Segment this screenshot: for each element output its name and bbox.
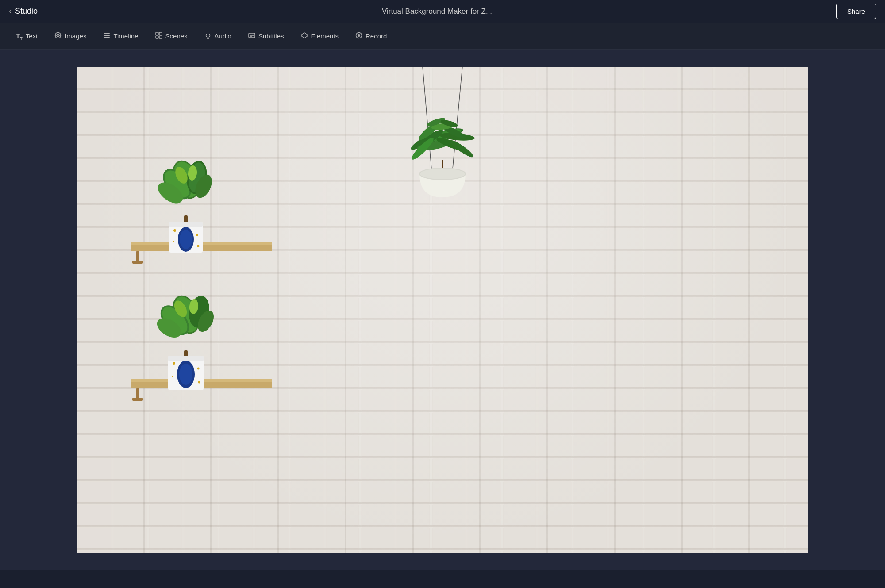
svg-point-46 (173, 229, 176, 232)
canvas-frame[interactable] (77, 67, 808, 553)
svg-point-1 (57, 34, 59, 36)
toolbar-timeline-label: Timeline (113, 32, 138, 40)
svg-rect-9 (156, 32, 158, 35)
page-title: Virtual Background Maker for Z... (38, 7, 836, 16)
back-arrow-icon[interactable]: ‹ (9, 7, 12, 16)
bottom-bar (0, 570, 885, 588)
svg-point-127 (198, 381, 200, 383)
studio-label[interactable]: Studio (15, 7, 38, 16)
svg-rect-7 (104, 35, 110, 36)
toolbar-item-timeline[interactable]: Timeline (96, 28, 145, 44)
text-icon: TT (16, 32, 23, 41)
svg-rect-109 (132, 398, 143, 401)
toolbar: TT Text Images Timeline (0, 23, 885, 50)
toolbar-record-label: Record (366, 32, 387, 40)
audio-icon (204, 32, 212, 41)
top-bar-left: ‹ Studio (9, 7, 38, 16)
svg-rect-8 (104, 37, 110, 38)
svg-point-123 (179, 364, 192, 385)
svg-point-48 (173, 241, 174, 242)
share-button[interactable]: Share (836, 4, 876, 19)
svg-point-126 (172, 376, 173, 377)
svg-rect-10 (159, 32, 162, 35)
scenes-icon (155, 32, 162, 41)
plant-top-left (142, 153, 230, 255)
toolbar-subtitles-label: Subtitles (258, 32, 284, 40)
svg-point-59 (448, 138, 475, 159)
svg-rect-43 (169, 222, 203, 227)
svg-marker-18 (302, 33, 307, 38)
canvas-area (0, 50, 885, 570)
svg-line-51 (453, 67, 462, 169)
svg-point-124 (173, 362, 175, 365)
toolbar-item-images[interactable]: Images (47, 28, 93, 44)
subtitles-icon (248, 32, 255, 41)
svg-point-49 (197, 245, 200, 247)
record-icon (355, 32, 362, 41)
svg-point-125 (197, 367, 200, 369)
svg-point-20 (358, 34, 360, 37)
toolbar-item-text[interactable]: TT Text (9, 28, 45, 44)
svg-point-47 (196, 234, 198, 236)
toolbar-item-elements[interactable]: Elements (294, 28, 346, 44)
svg-rect-6 (104, 33, 110, 34)
elements-icon (301, 32, 308, 41)
svg-point-13 (207, 37, 208, 38)
toolbar-elements-label: Elements (311, 32, 339, 40)
svg-line-50 (423, 67, 431, 169)
toolbar-text-label: Text (26, 32, 38, 40)
svg-rect-11 (156, 36, 158, 38)
hanging-plant-center-top (378, 67, 507, 253)
top-bar: ‹ Studio Virtual Background Maker for Z.… (0, 0, 885, 23)
svg-rect-30 (132, 261, 143, 264)
images-icon (54, 32, 62, 41)
toolbar-item-subtitles[interactable]: Subtitles (241, 28, 291, 44)
toolbar-audio-label: Audio (215, 32, 231, 40)
toolbar-item-record[interactable]: Record (348, 28, 394, 44)
plant-bottom-left (142, 286, 230, 392)
toolbar-item-audio[interactable]: Audio (197, 28, 239, 44)
toolbar-item-scenes[interactable]: Scenes (148, 28, 195, 44)
toolbar-scenes-label: Scenes (165, 32, 188, 40)
toolbar-images-label: Images (65, 32, 86, 40)
svg-point-45 (180, 230, 192, 249)
timeline-icon (103, 32, 110, 41)
svg-rect-12 (159, 36, 162, 38)
